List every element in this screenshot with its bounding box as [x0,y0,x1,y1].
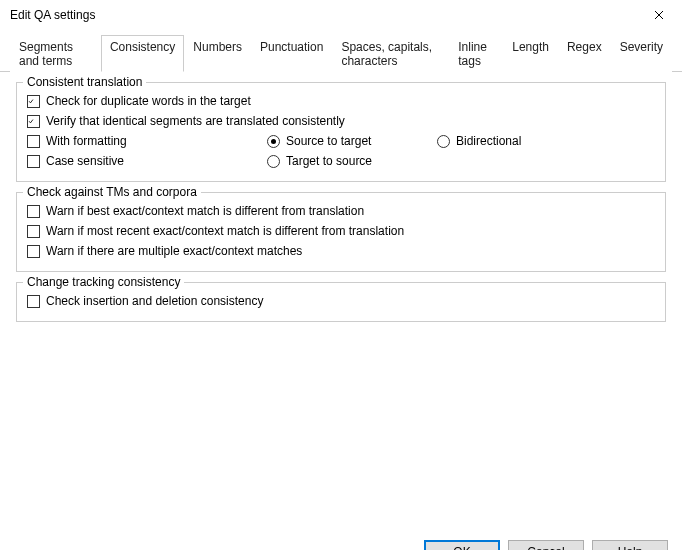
radio-icon [267,135,280,148]
checkbox-icon [27,225,40,238]
radio-bidirectional-label: Bidirectional [456,134,521,148]
checkbox-icon [27,245,40,258]
check-warn-recent-label: Warn if most recent exact/context match … [46,224,404,238]
help-button[interactable]: Help [592,540,668,550]
window-title: Edit QA settings [10,8,95,22]
legend-change-tracking: Change tracking consistency [23,275,184,289]
tab-segments-and-terms[interactable]: Segments and terms [10,35,101,72]
check-warn-multiple-label: Warn if there are multiple exact/context… [46,244,302,258]
checkbox-icon [27,205,40,218]
check-verify-identical[interactable]: Verify that identical segments are trans… [27,111,345,131]
cancel-button[interactable]: Cancel [508,540,584,550]
tab-numbers[interactable]: Numbers [184,35,251,72]
group-change-tracking: Change tracking consistency Check insert… [16,282,666,322]
tab-regex[interactable]: Regex [558,35,611,72]
ok-button[interactable]: OK [424,540,500,550]
tab-severity[interactable]: Severity [611,35,672,72]
group-check-tms: Check against TMs and corpora Warn if be… [16,192,666,272]
tab-content: Consistent translation Check for duplica… [0,72,682,532]
check-with-formatting-label: With formatting [46,134,127,148]
check-insertion-deletion[interactable]: Check insertion and deletion consistency [27,291,263,311]
checkbox-icon [27,155,40,168]
checkbox-icon [27,95,40,108]
group-consistent-translation: Consistent translation Check for duplica… [16,82,666,182]
checkbox-icon [27,115,40,128]
check-warn-best-label: Warn if best exact/context match is diff… [46,204,364,218]
close-icon [654,10,664,20]
check-warn-best[interactable]: Warn if best exact/context match is diff… [27,201,364,221]
checkbox-icon [27,295,40,308]
radio-icon [267,155,280,168]
check-warn-multiple[interactable]: Warn if there are multiple exact/context… [27,241,302,261]
titlebar: Edit QA settings [0,0,682,30]
check-case-sensitive-label: Case sensitive [46,154,124,168]
check-duplicate-words-label: Check for duplicate words in the target [46,94,251,108]
radio-target-to-source[interactable]: Target to source [267,151,437,171]
close-button[interactable] [636,0,682,30]
radio-icon [437,135,450,148]
check-warn-recent[interactable]: Warn if most recent exact/context match … [27,221,404,241]
check-verify-identical-label: Verify that identical segments are trans… [46,114,345,128]
radio-bidirectional[interactable]: Bidirectional [437,131,607,151]
radio-target-to-source-label: Target to source [286,154,372,168]
tab-inline-tags[interactable]: Inline tags [449,35,503,72]
check-duplicate-words[interactable]: Check for duplicate words in the target [27,91,251,111]
checkbox-icon [27,135,40,148]
legend-consistent-translation: Consistent translation [23,75,146,89]
tab-length[interactable]: Length [503,35,558,72]
check-with-formatting[interactable]: With formatting [27,131,267,151]
check-insertion-deletion-label: Check insertion and deletion consistency [46,294,263,308]
legend-check-tms: Check against TMs and corpora [23,185,201,199]
tab-punctuation[interactable]: Punctuation [251,35,332,72]
tab-consistency[interactable]: Consistency [101,35,184,72]
check-case-sensitive[interactable]: Case sensitive [27,151,267,171]
tab-bar: Segments and terms Consistency Numbers P… [0,30,682,72]
radio-source-to-target[interactable]: Source to target [267,131,437,151]
radio-source-to-target-label: Source to target [286,134,371,148]
dialog-buttons: OK Cancel Help [0,532,682,550]
tab-spaces-capitals-characters[interactable]: Spaces, capitals, characters [332,35,449,72]
